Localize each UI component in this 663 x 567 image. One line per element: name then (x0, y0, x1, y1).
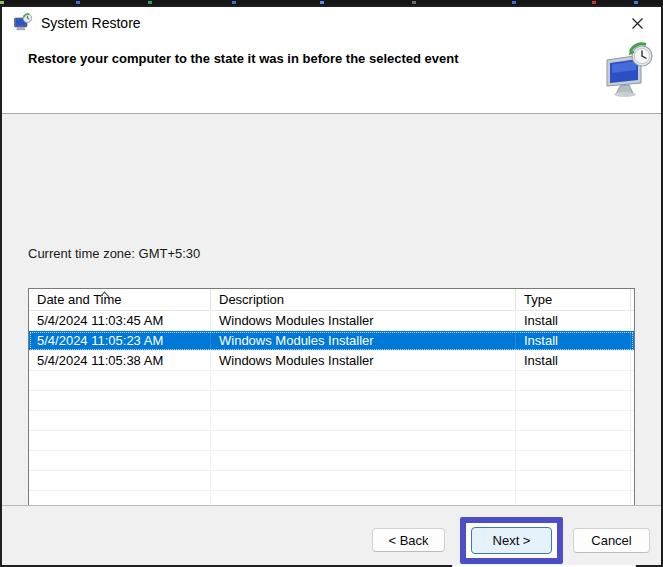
title-bar: System Restore (2, 7, 661, 38)
system-restore-large-icon (603, 42, 655, 98)
column-header-description[interactable]: Description (211, 289, 516, 310)
column-header-filler (631, 289, 634, 310)
cell-type: Install (516, 351, 631, 370)
empty-table-row (29, 431, 634, 451)
header-instruction: Restore your computer to the state it wa… (28, 51, 568, 66)
column-header-date-and-time[interactable]: Date and Time (29, 289, 211, 310)
column-header-label: Date and Time (37, 292, 122, 307)
cell-description: Windows Modules Installer (211, 351, 516, 370)
system-restore-icon (14, 13, 33, 32)
window-title: System Restore (41, 15, 141, 31)
empty-table-row (29, 411, 634, 431)
desktop-pixel (320, 1, 324, 4)
empty-table-row (29, 391, 634, 411)
column-header-type[interactable]: Type (516, 289, 631, 310)
footer-section: < Back Next > Cancel (2, 506, 661, 565)
restore-point-row-selected[interactable]: 5/4/2024 11:05:23 AM Windows Modules Ins… (29, 331, 634, 351)
desktop-pixel (76, 1, 80, 4)
cell-description: Windows Modules Installer (211, 331, 516, 350)
empty-table-row (29, 371, 634, 391)
column-header-label: Description (219, 292, 284, 307)
desktop-pixel (592, 1, 596, 4)
column-header-label: Type (524, 292, 552, 307)
timezone-label: Current time zone: GMT+5:30 (28, 246, 200, 261)
close-button[interactable] (621, 10, 653, 36)
cell-type: Install (516, 311, 631, 330)
cell-date-time: 5/4/2024 11:05:23 AM (29, 331, 211, 350)
cell-description: Windows Modules Installer (211, 311, 516, 330)
desktop-pixel (232, 1, 236, 4)
desktop-pixel (0, 1, 4, 4)
screenshot-root: System Restore Restore your computer to … (0, 0, 663, 567)
cell-date-time: 5/4/2024 11:05:38 AM (29, 351, 211, 370)
desktop-pixel (634, 1, 638, 4)
desktop-pixel (412, 1, 416, 4)
close-icon (630, 16, 645, 31)
annotation-highlight-box: Next > (460, 517, 563, 564)
cell-date-time: 5/4/2024 11:03:45 AM (29, 311, 211, 330)
desktop-pixel (148, 1, 152, 4)
empty-table-row (29, 471, 634, 491)
cancel-button[interactable]: Cancel (573, 528, 650, 553)
system-restore-dialog: System Restore Restore your computer to … (0, 5, 663, 567)
restore-point-row[interactable]: 5/4/2024 11:03:45 AM Windows Modules Ins… (29, 311, 634, 331)
restore-point-row[interactable]: 5/4/2024 11:05:38 AM Windows Modules Ins… (29, 351, 634, 371)
empty-table-row (29, 451, 634, 471)
cell-type: Install (516, 331, 631, 350)
next-button[interactable]: Next > (471, 527, 552, 554)
header-section: Restore your computer to the state it wa… (2, 38, 661, 114)
restore-points-table: Date and Time Description Type 5/4/2024 … (28, 288, 635, 536)
desktop-pixel (512, 1, 516, 4)
back-button[interactable]: < Back (372, 528, 445, 552)
table-header-row: Date and Time Description Type (29, 289, 634, 311)
body-section: Current time zone: GMT+5:30 Date and Tim… (2, 114, 661, 505)
